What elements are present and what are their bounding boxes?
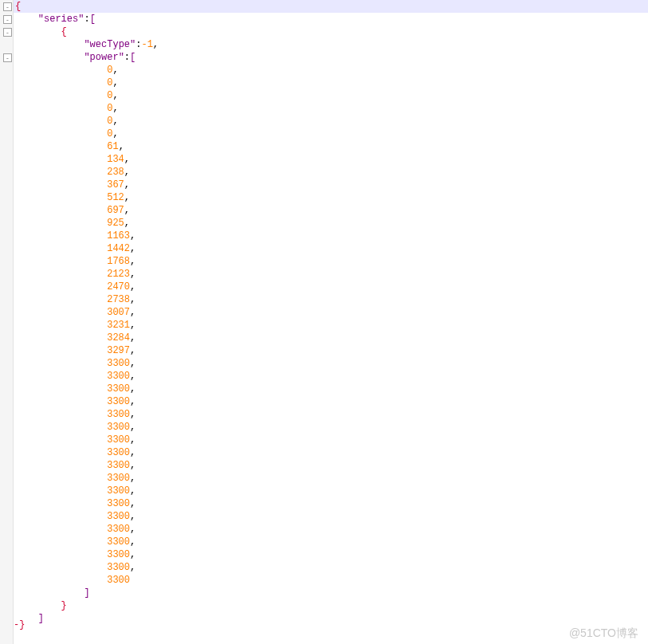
- code-line: "series":[: [14, 13, 648, 26]
- code-line: ]: [14, 612, 648, 625]
- code-line: 1442,: [14, 242, 648, 255]
- code-line: 3300,: [14, 383, 648, 395]
- json-power-value: 3231: [107, 320, 130, 331]
- close-bracket: ]: [84, 587, 89, 599]
- code-line: 0,: [14, 115, 648, 128]
- code-pane[interactable]: { "series":[ { "wecType":-1, "power":[ 0…: [14, 0, 648, 644]
- json-key-power: "power": [84, 52, 124, 63]
- json-power-value: 3300: [107, 422, 130, 433]
- json-power-value: 2470: [107, 281, 130, 293]
- code-line: 3300,: [14, 357, 648, 370]
- code-line: 134,: [14, 153, 648, 166]
- code-line: 0,: [14, 64, 648, 77]
- fold-gutter: - - - -: [0, 0, 14, 644]
- code-line: 0,: [14, 128, 648, 140]
- json-power-value: 3300: [107, 536, 130, 548]
- json-power-value: 512: [107, 192, 124, 203]
- code-line: 925,: [14, 217, 648, 230]
- code-line: 0,: [14, 102, 648, 115]
- close-bracket: ]: [38, 613, 44, 624]
- json-power-value: 2738: [107, 294, 130, 305]
- code-line: 3284,: [14, 332, 648, 344]
- json-power-value: 3300: [107, 511, 130, 522]
- code-line: 0,: [14, 77, 648, 89]
- json-power-value: 3300: [107, 371, 130, 382]
- code-line: 3300,: [14, 421, 648, 434]
- json-power-value: 3297: [107, 345, 130, 356]
- code-line: 2470,: [14, 281, 648, 293]
- json-power-value: 367: [107, 179, 124, 190]
- json-power-value: 1768: [107, 256, 130, 267]
- code-line: 3300,: [14, 485, 648, 497]
- code-line: 3300,: [14, 370, 648, 383]
- code-line: 3231,: [14, 319, 648, 332]
- code-line: 697,: [14, 204, 648, 217]
- code-line: 3300,: [14, 395, 648, 408]
- json-power-value: 3300: [107, 575, 130, 586]
- json-power-value: 134: [107, 154, 124, 165]
- code-line: 512,: [14, 191, 648, 204]
- code-line: 2738,: [14, 293, 648, 306]
- json-power-value: 2123: [107, 269, 130, 280]
- json-power-value: 3300: [107, 409, 130, 420]
- json-power-value: 3300: [107, 498, 130, 509]
- json-power-value: 1163: [107, 230, 130, 242]
- fold-toggle-icon[interactable]: -: [3, 2, 12, 11]
- code-line: 3300,: [14, 523, 648, 536]
- watermark-text: @51CTO博客: [569, 626, 638, 639]
- trailing-marker: -}: [14, 618, 25, 631]
- code-line: 3300,: [14, 408, 648, 421]
- json-power-value: 61: [107, 141, 118, 152]
- json-val-wectype: -1: [141, 39, 152, 50]
- code-line: 3300: [14, 574, 648, 587]
- code-line: 367,: [14, 179, 648, 191]
- code-line: ]: [14, 587, 648, 599]
- close-brace: }: [61, 600, 67, 611]
- code-line: 3300,: [14, 497, 648, 510]
- json-power-value: 3300: [107, 358, 130, 369]
- code-line: {: [14, 0, 648, 13]
- code-line: {: [14, 26, 648, 38]
- json-power-value: 3300: [107, 383, 130, 395]
- json-power-value: 3300: [107, 485, 130, 497]
- code-line: 1768,: [14, 255, 648, 268]
- code-line: 3300,: [14, 446, 648, 459]
- code-line: 2123,: [14, 268, 648, 281]
- code-line: 0,: [14, 89, 648, 102]
- json-power-value: 925: [107, 218, 124, 229]
- json-key-series: "series": [38, 14, 84, 25]
- fold-toggle-icon[interactable]: -: [3, 53, 12, 62]
- json-power-value: 1442: [107, 243, 130, 254]
- fold-toggle-icon[interactable]: -: [3, 15, 12, 24]
- code-line: }: [14, 599, 648, 612]
- code-line: 3300,: [14, 434, 648, 446]
- json-key-wectype: "wecType": [84, 39, 135, 50]
- json-power-value: 3007: [107, 307, 130, 318]
- code-line: 3300,: [14, 472, 648, 485]
- code-editor: - - - - { "series":[ { "wecType":-1, "po…: [0, 0, 648, 644]
- code-line: "power":[: [14, 51, 648, 64]
- json-power-value: 3300: [107, 447, 130, 458]
- json-power-value: 3300: [107, 473, 130, 484]
- json-power-value: 697: [107, 205, 124, 216]
- code-line: 1163,: [14, 230, 648, 242]
- fold-toggle-icon[interactable]: -: [3, 28, 12, 37]
- json-power-value: 3284: [107, 332, 130, 344]
- code-line: 3007,: [14, 306, 648, 319]
- code-line: 3300,: [14, 510, 648, 523]
- code-line: 3300,: [14, 459, 648, 472]
- json-power-value: 3300: [107, 562, 130, 573]
- json-power-value: 238: [107, 167, 124, 178]
- code-line: "wecType":-1,: [14, 38, 648, 51]
- code-line: 238,: [14, 166, 648, 179]
- code-line: 3300,: [14, 548, 648, 561]
- json-power-value: 3300: [107, 396, 130, 407]
- json-power-value: 3300: [107, 524, 130, 535]
- json-power-value: 3300: [107, 434, 130, 446]
- json-power-value: 3300: [107, 549, 130, 560]
- code-line: 3297,: [14, 344, 648, 357]
- code-line: 3300,: [14, 536, 648, 548]
- code-line: 61,: [14, 140, 648, 153]
- open-brace: {: [15, 1, 21, 12]
- json-power-value: 3300: [107, 460, 130, 471]
